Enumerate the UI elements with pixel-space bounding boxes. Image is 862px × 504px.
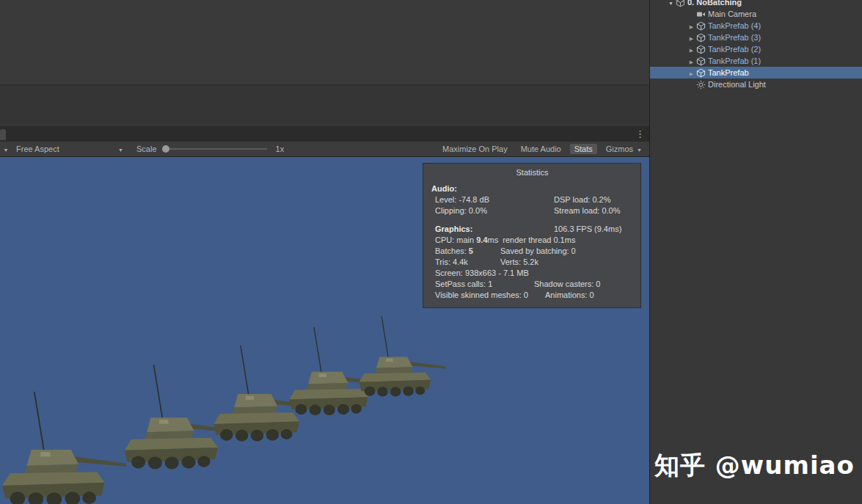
editor-left-area: Free Aspect Scale 1x Maximize On Play Mu…: [0, 0, 649, 504]
cpu-render-thread: ms render thread 0.1ms: [488, 235, 576, 246]
pane-menu-icon[interactable]: [635, 128, 645, 141]
collapse-arrow-icon[interactable]: [687, 33, 696, 42]
hierarchy-item-label: TankPrefab (1): [708, 56, 761, 65]
cpu-label: CPU: main: [435, 235, 476, 246]
chevron-down-icon: [637, 145, 642, 153]
skinned-meshes: Visible skinned meshes: 0: [435, 290, 545, 301]
scale-slider-group: Scale 1x: [136, 145, 284, 153]
collapse-arrow-icon[interactable]: [687, 21, 696, 30]
prefab-cube-icon: [696, 56, 706, 66]
collapse-arrow-icon[interactable]: [687, 56, 696, 65]
hierarchy-item-directional-light[interactable]: Directional Light: [650, 78, 862, 90]
hierarchy-item-label: Directional Light: [708, 80, 766, 89]
mid-empty-panel: [0, 85, 649, 127]
cpu-main-ms: 9.4: [476, 235, 487, 246]
setpass-calls: SetPass calls: 1: [435, 279, 534, 290]
tank-model: [2, 392, 125, 504]
hierarchy-item-label: Main Camera: [708, 10, 756, 18]
hierarchy-item-tankprefab-4[interactable]: TankPrefab (4): [650, 20, 862, 32]
animations-count: Animations: 0: [545, 290, 594, 301]
hierarchy-item-tankprefab-3[interactable]: TankPrefab (3): [650, 32, 862, 43]
cpu-row: CPU: main 9.4ms render thread 0.1ms: [431, 235, 633, 246]
audio-section-header: Audio:: [431, 183, 633, 194]
audio-clipping: Clipping: 0.0%: [435, 205, 554, 216]
hierarchy-item-nobatching[interactable]: 0. NoBatching: [650, 0, 862, 8]
maximize-on-play-button[interactable]: Maximize On Play: [438, 144, 512, 154]
watermark: 知乎 @wumiao: [654, 449, 855, 483]
fps-value: 106.3 FPS (9.4ms): [554, 224, 621, 235]
game-view-toolbar: Free Aspect Scale 1x Maximize On Play Mu…: [0, 142, 649, 157]
scale-value: 1x: [276, 145, 285, 153]
hierarchy-item-tankprefab-selected[interactable]: TankPrefab: [650, 67, 862, 78]
graphics-section-header: Graphics:: [435, 224, 554, 235]
prefab-cube-icon: [696, 21, 706, 31]
hierarchy-item-label: TankPrefab (2): [708, 45, 761, 54]
chevron-down-icon: [118, 145, 123, 153]
top-empty-panel: [0, 0, 649, 85]
dsp-load: DSP load: 0.2%: [554, 194, 610, 205]
shadow-casters: Shadow casters: 0: [534, 279, 601, 290]
cube-icon: [676, 0, 685, 7]
directional-light-icon: [696, 80, 706, 90]
aspect-ratio-dropdown[interactable]: Free Aspect: [12, 145, 128, 153]
audio-level: Level: -74.8 dB: [435, 194, 554, 205]
tank-model: [359, 316, 445, 397]
hierarchy-item-label: TankPrefab (3): [708, 33, 761, 42]
game-view-tab-strip: [0, 127, 649, 142]
stream-load: Stream load: 0.0%: [554, 205, 621, 216]
scale-slider[interactable]: [164, 148, 267, 150]
camera-icon: [696, 10, 706, 19]
statistics-overlay: Statistics Audio: Level: -74.8 dB DSP lo…: [423, 163, 641, 308]
verts-count: Verts: 5.2k: [500, 257, 538, 268]
stats-button[interactable]: Stats: [570, 144, 597, 154]
collapse-arrow-icon[interactable]: [687, 68, 696, 77]
prefab-cube-icon: [696, 45, 706, 54]
hierarchy-item-tankprefab-1[interactable]: TankPrefab (1): [650, 55, 862, 67]
aspect-dropdown-label: Free Aspect: [16, 145, 59, 153]
hierarchy-item-main-camera[interactable]: Main Camera: [650, 8, 862, 20]
scale-slider-knob[interactable]: [162, 145, 169, 153]
gizmos-dropdown[interactable]: Gizmos: [602, 144, 646, 154]
prefab-cube-icon: [696, 33, 706, 43]
expand-arrow-icon[interactable]: [666, 0, 676, 7]
hierarchy-item-tankprefab-2[interactable]: TankPrefab (2): [650, 43, 862, 55]
prefab-cube-icon: [696, 68, 706, 78]
display-dropdown-arrow-icon[interactable]: [0, 145, 12, 153]
hierarchy-panel: 0. NoBatching Main Camera TankPrefab (4)…: [649, 0, 862, 504]
collapse-arrow-icon[interactable]: [687, 45, 696, 54]
mute-audio-button[interactable]: Mute Audio: [516, 144, 566, 154]
batches: Batches: 5: [435, 246, 500, 257]
tris-count: Tris: 4.4k: [435, 257, 500, 268]
hierarchy-item-label: TankPrefab (4): [708, 21, 761, 30]
tab-stub[interactable]: [0, 129, 6, 140]
scale-label: Scale: [136, 145, 157, 153]
gizmos-label: Gizmos: [606, 145, 633, 153]
hierarchy-item-label: 0. NoBatching: [687, 0, 742, 7]
hierarchy-item-label: TankPrefab: [708, 68, 749, 77]
screen-info: Screen: 938x663 - 7.1 MB: [435, 268, 529, 279]
game-view-viewport[interactable]: Statistics Audio: Level: -74.8 dB DSP lo…: [0, 157, 649, 504]
tank-model: [289, 327, 384, 415]
stats-title: Statistics: [431, 167, 633, 178]
saved-by-batching: Saved by batching: 0: [500, 246, 576, 257]
